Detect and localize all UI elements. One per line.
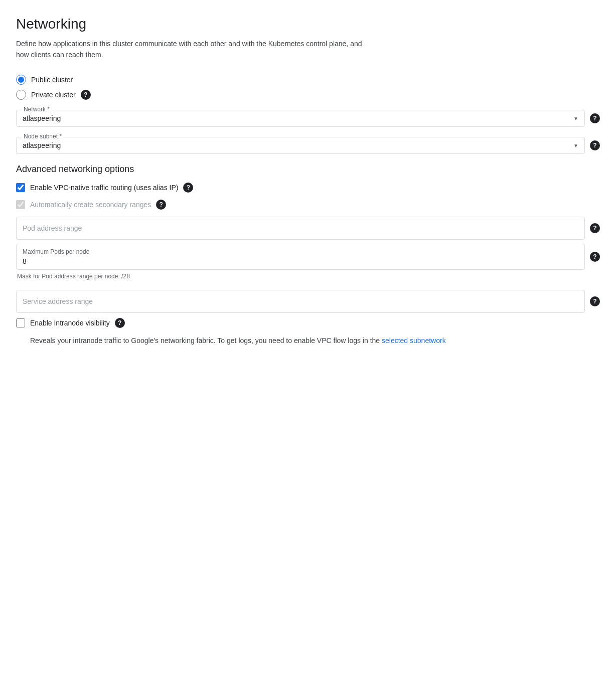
network-field-group: Network * atlaspeering ▼ ? [16, 110, 600, 127]
max-pods-help-icon[interactable]: ? [590, 252, 600, 262]
node-subnet-select[interactable]: Node subnet * atlaspeering ▼ [16, 137, 585, 154]
service-address-range-wrapper: ? [16, 290, 600, 313]
pod-address-range-wrapper: ? [16, 217, 600, 240]
network-help-icon[interactable]: ? [590, 113, 600, 123]
vpc-native-help-icon[interactable]: ? [183, 183, 193, 193]
max-pods-label: Maximum Pods per node [23, 248, 578, 255]
mask-hint: Mask for Pod address range per node: /28 [17, 273, 600, 280]
intranode-section: Enable Intranode visibility ? Reveals yo… [16, 318, 600, 346]
pod-address-range-input[interactable] [16, 217, 585, 240]
vpc-native-label: Enable VPC-native traffic routing (uses … [30, 184, 178, 192]
vpc-native-checkbox[interactable] [16, 183, 25, 192]
auto-secondary-label: Automatically create secondary ranges [30, 201, 151, 209]
max-pods-input[interactable] [23, 257, 578, 265]
node-subnet-help-icon[interactable]: ? [590, 140, 600, 150]
cluster-type-group: Public cluster Private cluster ? [16, 75, 600, 100]
advanced-networking-section: Advanced networking options Enable VPC-n… [16, 164, 600, 313]
network-dropdown-icon: ▼ [573, 115, 578, 121]
intranode-help-icon[interactable]: ? [115, 318, 125, 328]
intranode-description: Reveals your intranode traffic to Google… [30, 335, 600, 346]
node-subnet-field-group: Node subnet * atlaspeering ▼ ? [16, 137, 600, 154]
private-cluster-radio[interactable] [16, 90, 26, 100]
intranode-label: Enable Intranode visibility [30, 319, 110, 327]
auto-secondary-help-icon[interactable]: ? [156, 200, 166, 210]
service-address-range-help-icon[interactable]: ? [590, 296, 600, 306]
advanced-networking-title: Advanced networking options [16, 164, 600, 175]
public-cluster-label: Public cluster [31, 76, 73, 84]
network-select[interactable]: Network * atlaspeering ▼ [16, 110, 585, 127]
public-cluster-radio[interactable] [16, 75, 26, 85]
public-cluster-option[interactable]: Public cluster [16, 75, 600, 85]
page-description: Define how applications in this cluster … [16, 38, 367, 61]
network-value: atlaspeering [23, 114, 578, 122]
private-cluster-help-icon[interactable]: ? [81, 90, 91, 100]
auto-secondary-checkbox [16, 200, 25, 209]
private-cluster-label: Private cluster [31, 91, 76, 99]
intranode-checkbox-item[interactable]: Enable Intranode visibility ? [16, 318, 600, 328]
max-pods-field[interactable]: Maximum Pods per node [16, 244, 585, 270]
private-cluster-option[interactable]: Private cluster ? [16, 90, 600, 100]
node-subnet-value: atlaspeering [23, 141, 578, 149]
intranode-checkbox[interactable] [16, 318, 25, 327]
node-subnet-dropdown-icon: ▼ [573, 142, 578, 148]
max-pods-wrapper: Maximum Pods per node ? [16, 244, 600, 270]
node-subnet-field-label: Node subnet * [22, 133, 64, 140]
service-address-range-input[interactable] [16, 290, 585, 313]
vpc-native-checkbox-item[interactable]: Enable VPC-native traffic routing (uses … [16, 183, 600, 193]
network-field-label: Network * [22, 106, 52, 113]
auto-secondary-checkbox-item: Automatically create secondary ranges ? [16, 200, 600, 210]
page-title: Networking [16, 16, 600, 32]
pod-address-range-help-icon[interactable]: ? [590, 223, 600, 233]
subnetwork-link[interactable]: selected subnetwork [382, 336, 446, 345]
